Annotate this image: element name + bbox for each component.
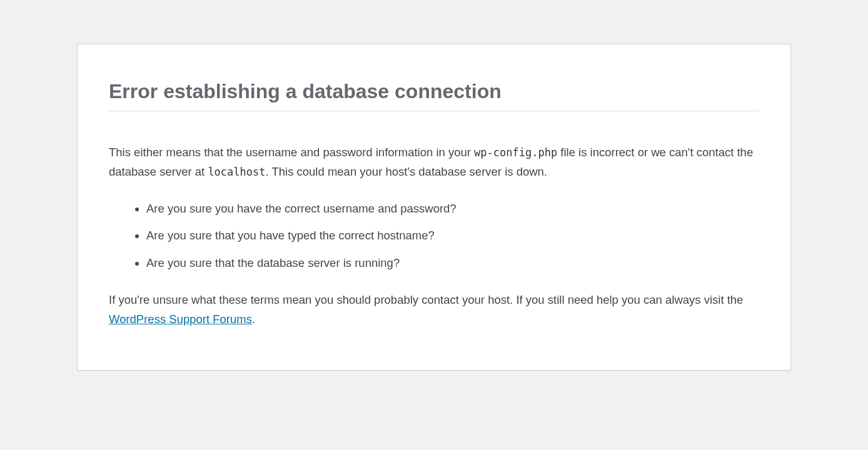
support-forums-link[interactable]: WordPress Support Forums — [109, 312, 252, 326]
outro-text-1: If you're unsure what these terms mean y… — [109, 293, 743, 306]
list-item: Are you sure that the database server is… — [146, 254, 759, 272]
db-host-code: localhost — [208, 166, 265, 178]
outro-text-2: . — [252, 312, 255, 326]
intro-text-1: This either means that the username and … — [109, 146, 474, 159]
list-item: Are you sure you have the correct userna… — [146, 199, 759, 218]
config-file-code: wp-config.php — [474, 146, 557, 159]
error-card: Error establishing a database connection… — [77, 44, 791, 371]
error-intro: This either means that the username and … — [109, 142, 759, 182]
error-heading: Error establishing a database connection — [109, 60, 759, 111]
list-item: Are you sure that you have typed the cor… — [146, 226, 759, 245]
error-outro: If you're unsure what these terms mean y… — [109, 290, 759, 329]
intro-text-3: . This could mean your host's database s… — [266, 165, 548, 178]
troubleshoot-list: Are you sure you have the correct userna… — [134, 199, 759, 272]
